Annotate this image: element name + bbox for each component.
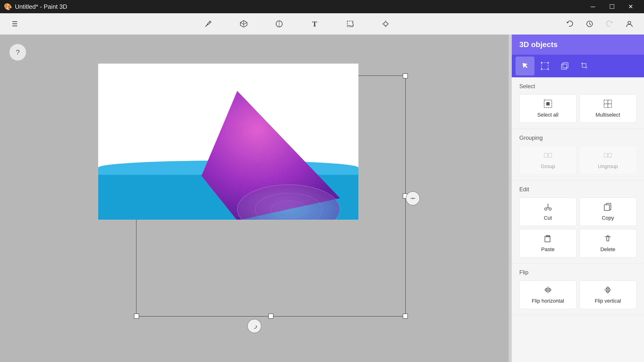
main-area: ? (0, 34, 644, 362)
edit-section-title: Edit (519, 186, 636, 193)
svg-point-19 (541, 68, 542, 70)
panel-divider[interactable] (509, 34, 512, 362)
menu-button[interactable]: ☰ (8, 17, 22, 31)
flip-button-grid: Flip horizontal Flip vertical (519, 280, 636, 309)
svg-point-18 (548, 62, 549, 63)
select-cursor-icon (521, 62, 529, 70)
2d-shape-tool[interactable] (271, 15, 288, 32)
side-panel: 3D objects Select (512, 34, 644, 362)
flip-vertical-icon (603, 285, 612, 296)
window-title: Untitled* - Paint 3D (15, 3, 67, 10)
copy-button[interactable]: Copy (580, 197, 637, 226)
2d-icon (275, 20, 284, 28)
svg-point-10 (412, 198, 414, 199)
multiselect-button[interactable]: Multiselect (580, 94, 637, 123)
undo-icon (566, 20, 574, 28)
paste-button[interactable]: Paste (519, 229, 576, 258)
tab-crop[interactable] (575, 56, 594, 75)
text-tool[interactable]: T (306, 15, 323, 32)
group-button[interactable]: Group (519, 146, 576, 174)
brush-icon (204, 20, 212, 28)
toolbar-right-controls (562, 17, 636, 31)
flip-horizontal-button[interactable]: Flip horizontal (519, 280, 576, 309)
depth-handle-right[interactable] (406, 191, 420, 205)
cone-shape (188, 73, 349, 220)
multiselect-icon (603, 99, 612, 109)
handle-bottom-center[interactable] (268, 314, 274, 319)
app-icon: 🎨 (4, 3, 12, 11)
rotate-bottom-handle[interactable] (247, 319, 262, 333)
paste-label: Paste (541, 246, 554, 253)
select-section: Select Select all Multiselect (512, 77, 644, 129)
maximize-button[interactable]: ☐ (602, 0, 621, 13)
crop-icon (580, 62, 589, 70)
effects-tool[interactable] (377, 15, 394, 32)
tab-transform[interactable] (536, 56, 554, 75)
svg-rect-24 (546, 102, 550, 105)
rotate-bottom-icon (251, 323, 258, 330)
selection-container (89, 56, 420, 340)
transform-icon (540, 62, 549, 70)
svg-rect-29 (544, 153, 548, 157)
delete-label: Delete (600, 246, 615, 253)
svg-point-2 (384, 22, 388, 26)
3d-icon (240, 20, 248, 28)
flip-section: Flip Flip horizontal Flip vertical (512, 263, 644, 315)
text-icon: T (312, 20, 317, 28)
ungroup-label: Ungroup (598, 163, 618, 170)
selection-tool[interactable] (342, 15, 358, 32)
minimize-button[interactable]: ─ (584, 0, 602, 13)
handle-bottom-right[interactable] (403, 314, 408, 319)
tab-duplicate[interactable] (555, 56, 574, 75)
brush-tool[interactable] (200, 15, 216, 32)
select-all-button[interactable]: Select all (519, 94, 576, 123)
grouping-section-title: Grouping (519, 135, 636, 141)
close-button[interactable]: ✕ (621, 0, 640, 13)
svg-point-8 (628, 21, 631, 24)
cut-button[interactable]: Cut (519, 197, 576, 226)
delete-icon (603, 234, 612, 244)
tab-select-mode[interactable] (516, 56, 534, 75)
help-icon: ? (16, 48, 20, 56)
svg-rect-22 (563, 63, 568, 68)
panel-header: 3D objects (512, 34, 644, 55)
redo-icon (606, 20, 613, 28)
multiselect-label: Multiselect (596, 112, 620, 118)
3d-shape-tool[interactable] (236, 15, 252, 32)
copy-label: Copy (602, 215, 614, 221)
svg-rect-28 (608, 104, 612, 108)
flip-horizontal-icon (544, 285, 552, 296)
selection-icon (346, 20, 354, 28)
select-button-grid: Select all Multiselect (519, 94, 636, 123)
tool-group: T (31, 15, 562, 32)
effects-icon (382, 20, 390, 28)
duplicate-icon (560, 62, 569, 70)
history-button[interactable] (582, 17, 597, 31)
group-label: Group (540, 163, 555, 170)
svg-rect-30 (548, 153, 552, 157)
redo-button[interactable] (602, 17, 616, 31)
undo-button[interactable] (562, 17, 577, 31)
paste-icon (544, 234, 552, 244)
group-icon (544, 151, 552, 161)
svg-rect-35 (604, 205, 610, 210)
grouping-section: Grouping Group Ungroup (512, 129, 644, 180)
svg-rect-21 (562, 64, 567, 69)
handle-top-right[interactable] (403, 73, 408, 78)
svg-rect-27 (604, 104, 608, 108)
cut-label: Cut (544, 215, 552, 221)
help-button[interactable]: ? (10, 44, 26, 60)
canvas-area[interactable]: ? (0, 34, 509, 362)
svg-point-20 (548, 68, 549, 70)
ungroup-icon (603, 151, 612, 161)
svg-rect-32 (608, 153, 612, 157)
svg-rect-16 (542, 63, 548, 69)
flip-vertical-button[interactable]: Flip vertical (580, 280, 637, 309)
delete-button[interactable]: Delete (580, 229, 637, 258)
history-icon (586, 20, 593, 28)
ungroup-button[interactable]: Ungroup (580, 146, 637, 174)
handle-bottom-left[interactable] (134, 314, 139, 319)
user-button[interactable] (622, 17, 636, 31)
toolbar: ☰ T (0, 13, 644, 34)
flip-section-title: Flip (519, 269, 636, 276)
